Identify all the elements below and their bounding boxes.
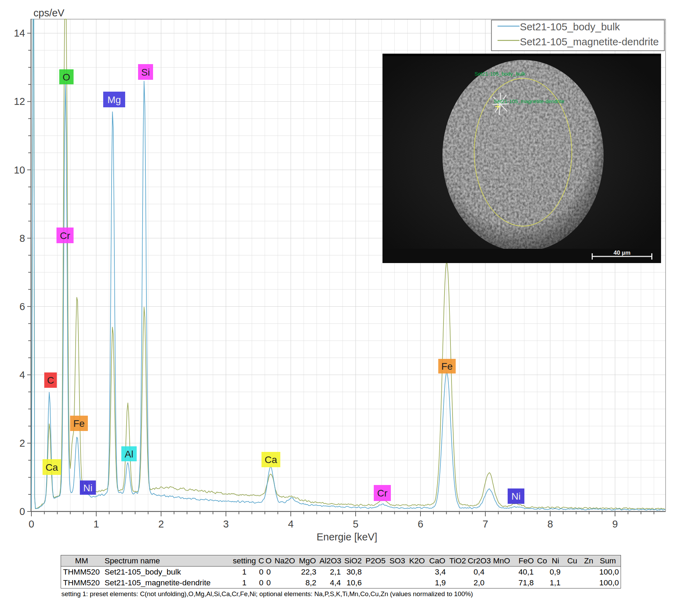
svg-text:Cr: Cr <box>377 488 388 499</box>
svg-text:Set21-105_magnetite-dendrite: Set21-105_magnetite-dendrite <box>520 36 659 47</box>
svg-text:Ca: Ca <box>46 462 58 473</box>
svg-text:Ca: Ca <box>265 454 277 465</box>
svg-text:6: 6 <box>20 301 25 312</box>
svg-text:C: C <box>47 375 54 386</box>
svg-text:2: 2 <box>20 438 25 449</box>
svg-text:Cr: Cr <box>60 230 70 241</box>
svg-text:9: 9 <box>612 518 618 530</box>
svg-text:Ni: Ni <box>83 483 92 493</box>
svg-text:10: 10 <box>14 164 25 176</box>
svg-text:0: 0 <box>20 506 25 517</box>
svg-text:7: 7 <box>483 518 488 530</box>
svg-text:Si: Si <box>141 67 150 78</box>
svg-text:4: 4 <box>288 518 294 530</box>
svg-text:Set21-105_magnetite-dendrite: Set21-105_magnetite-dendrite <box>494 98 564 104</box>
svg-text:8: 8 <box>547 518 553 530</box>
svg-text:3: 3 <box>223 518 229 530</box>
svg-text:14: 14 <box>14 28 25 39</box>
svg-text:2: 2 <box>158 518 164 530</box>
svg-text:cps/eV: cps/eV <box>33 7 65 18</box>
svg-text:Energie [keV]: Energie [keV] <box>317 531 377 542</box>
svg-text:12: 12 <box>14 96 25 107</box>
svg-text:8: 8 <box>20 233 25 244</box>
svg-text:1: 1 <box>93 518 99 530</box>
svg-text:0: 0 <box>29 518 34 530</box>
svg-text:O: O <box>63 72 70 83</box>
svg-text:5: 5 <box>353 518 358 530</box>
svg-text:Mg: Mg <box>107 94 121 105</box>
svg-text:Ni: Ni <box>511 491 521 502</box>
svg-text:Fe: Fe <box>441 361 453 372</box>
svg-text:6: 6 <box>418 518 423 530</box>
svg-text:Set21-105_body_bulk: Set21-105_body_bulk <box>520 21 620 32</box>
svg-text:Set21-105_body_bulk: Set21-105_body_bulk <box>475 71 525 77</box>
svg-text:Fe: Fe <box>73 418 85 429</box>
svg-text:40 µm: 40 µm <box>614 249 631 256</box>
svg-text:4: 4 <box>20 369 25 380</box>
svg-text:Al: Al <box>125 449 134 460</box>
